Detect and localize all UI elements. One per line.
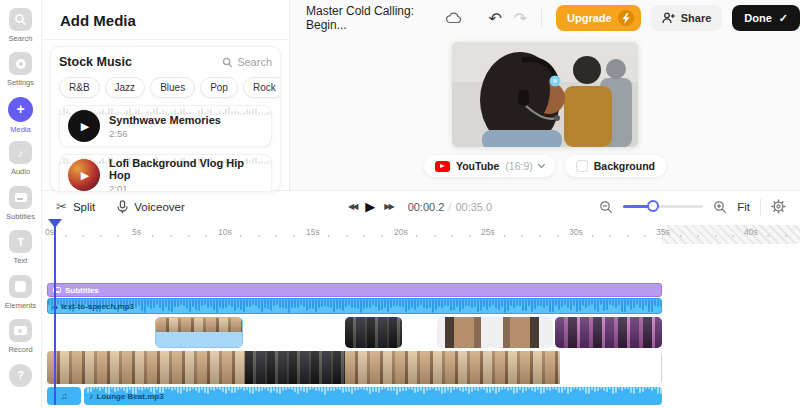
main-video-clip[interactable] [47,351,662,384]
video-frame [452,42,638,147]
music-note-icon: ♪ [89,391,94,401]
music-clip-short[interactable]: ♫ [47,387,81,405]
genre-chip-jazz[interactable]: Jazz [105,77,146,98]
subtitles-track-label: Subtitles [65,286,99,295]
video-preview[interactable] [452,42,638,147]
ruler-label: 10s [218,227,232,237]
music-note-icon: ♪ [9,141,32,164]
music-track-item[interactable]: ▶ Synthwave Memories 2:56 [59,105,272,147]
sidebar-item-text[interactable]: T Text [0,230,42,274]
scissors-icon: ✂ [56,199,67,214]
ruler-label: 20s [394,227,408,237]
genre-chips: R&B Jazz Blues Pop Rock ⋯ [59,77,272,98]
sidebar-item-label: Settings [7,78,34,87]
top-bar: Master Cold Calling: Begin... ↶ ↷ Upgrad… [290,0,800,36]
sidebar-item-record[interactable]: Record [0,319,42,363]
background-swatch-icon [576,160,588,172]
broll-clip-3[interactable] [437,317,553,348]
search-label: Search [237,56,272,68]
skip-forward-button[interactable]: ▶▶ [384,202,392,211]
sidebar-item-label: Audio [11,167,30,176]
out-of-range-hatch [662,225,800,244]
add-media-panel: Add Media Stock Music Search R&B Jazz Bl… [42,0,290,190]
timecode: 00:00.2/00:35.0 [408,201,492,213]
project-title[interactable]: Master Cold Calling: Begin... [306,4,437,32]
sidebar-item-search[interactable]: Search [0,8,42,52]
genre-chip-rock[interactable]: Rock [243,77,281,98]
sidebar-item-label: Media [10,125,30,134]
camera-icon [9,319,32,342]
upgrade-label: Upgrade [567,12,612,24]
undo-button[interactable]: ↶ [488,9,501,28]
clip-thumbnails [503,317,539,348]
genre-chip-rnb[interactable]: R&B [59,77,100,98]
fit-button[interactable]: Fit [737,201,750,213]
help-button[interactable]: ? [0,364,42,408]
search-icon [222,57,233,68]
microphone-icon [117,200,128,214]
timeline: ✂ Split Voiceover ◀◀ ▶ ▶▶ 00:00.2/00:35.… [42,190,800,408]
track-title: Lofi Background Vlog Hip Hop [109,157,263,181]
split-button[interactable]: ✂ Split [56,199,95,214]
background-label: Background [594,160,655,172]
genre-chip-blues[interactable]: Blues [150,77,195,98]
timeline-tracks: Subtitles ◆ text-to-speech.mp3 [42,246,800,408]
sidebar-item-label: Record [8,345,32,354]
sidebar-item-label: Elements [5,301,36,310]
play-button[interactable]: ▶ [365,199,375,214]
voiceover-button[interactable]: Voiceover [117,200,185,214]
broll-clip-1[interactable] [155,317,243,348]
canvas-format-dropdown[interactable]: YouTube (16:9) [424,155,555,177]
timeline-settings-icon[interactable] [771,199,786,214]
lightning-icon [618,10,634,26]
ruler-label: 35s [656,227,670,237]
done-button[interactable]: Done ✓ [732,5,800,31]
background-button[interactable]: Background [565,155,666,177]
split-label: Split [73,201,95,213]
ruler-label: 40s [744,227,758,237]
broll-clip-4[interactable] [555,317,662,348]
music-note-icon: ♫ [61,391,68,401]
stock-music-search[interactable]: Search [222,56,272,68]
redo-button[interactable]: ↷ [514,9,527,28]
cloud-save-icon [446,12,462,24]
play-button[interactable]: ▶ [68,110,100,142]
subtitles-track-clip[interactable]: Subtitles [47,283,662,297]
stock-music-heading: Stock Music [59,55,132,69]
speech-clip-label: text-to-speech.mp3 [61,302,134,311]
genre-chip-pop[interactable]: Pop [200,77,238,98]
sidebar-item-elements[interactable]: Elements [0,275,42,319]
track-duration: 2:01 [109,183,263,193]
divider [541,9,542,27]
check-icon: ✓ [779,12,788,25]
elements-icon [9,275,32,298]
play-button[interactable]: ▶ [68,159,100,191]
youtube-icon [435,161,450,172]
sidebar-item-settings[interactable]: Settings [0,52,42,96]
slider-handle[interactable] [647,200,659,212]
broll-clip-2[interactable] [345,317,402,348]
sidebar: Search Settings + Media ♪ Audio Subtitle… [0,0,42,408]
skip-back-button[interactable]: ◀◀ [348,202,356,211]
speech-audio-clip[interactable]: ◆ text-to-speech.mp3 [47,298,662,314]
music-track-item[interactable]: ▶ Lofi Background Vlog Hip Hop 2:01 [59,154,272,192]
format-label: YouTube [456,160,499,172]
sidebar-item-media[interactable]: + Media [0,97,42,141]
zoom-in-icon[interactable] [713,200,727,214]
share-label: Share [681,12,712,24]
timeline-zoom-slider[interactable] [623,205,703,208]
sidebar-item-subtitles[interactable]: Subtitles [0,186,42,230]
timeline-ruler[interactable]: 0s 5s 10s 15s 20s 25s 30s 35s 40s [42,222,800,246]
sidebar-item-audio[interactable]: ♪ Audio [0,141,42,185]
empty-clip-area [560,351,662,384]
stock-music-card: Stock Music Search R&B Jazz Blues Pop Ro… [50,46,281,192]
share-button[interactable]: Share [651,5,723,31]
music-clip[interactable]: ♪ Lounge Beat.mp3 [84,387,662,405]
divider [760,199,761,215]
upgrade-button[interactable]: Upgrade [556,5,641,31]
subtitles-icon [9,186,32,209]
music-track: ♫ ♪ Lounge Beat.mp3 [47,387,662,405]
track-title: Synthwave Memories [109,114,221,126]
zoom-out-icon[interactable] [599,200,613,214]
search-icon [9,8,32,31]
